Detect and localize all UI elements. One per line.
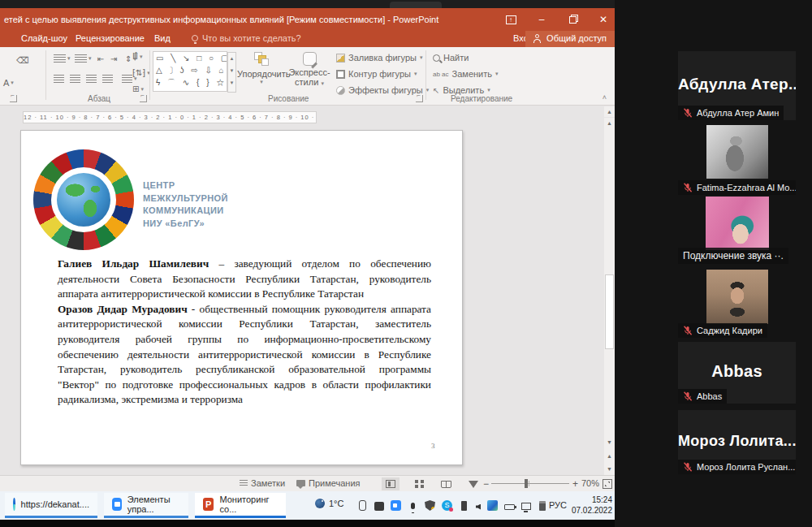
group-divider — [149, 50, 150, 100]
text-direction-button[interactable]: Ⅲ̂▾ — [132, 52, 142, 61]
align-left-button[interactable] — [54, 75, 64, 83]
display-app-icon[interactable] — [374, 502, 384, 511]
zoom-in-button[interactable]: + — [572, 478, 578, 490]
collapse-ribbon-button[interactable]: ˄ — [603, 93, 607, 102]
participant-big-name: Abbas — [678, 362, 796, 381]
shapes-row-2[interactable]: △ 〕ʖ ⇨ ⇩ ⌂ — [153, 64, 227, 76]
reading-view-button[interactable] — [437, 477, 455, 490]
vertical-scrollbar[interactable]: ▲ ▼ ▲ ▼ — [604, 118, 615, 482]
zoom-out-button[interactable]: − — [483, 478, 489, 490]
zoom-level[interactable]: 70% — [581, 478, 599, 488]
replace-button[interactable]: ab acЗаменить▾ — [433, 69, 499, 79]
participant-name-label: Fatima-Ezzahraa Al Mo... — [678, 180, 796, 195]
ribbon-display-options-button[interactable]: ↑ — [504, 13, 517, 26]
taskbar-app-zoom[interactable]: Элементы упра... — [104, 493, 188, 518]
align-center-button[interactable] — [70, 75, 80, 83]
taskbar-app-edge[interactable]: https://dekanat.... — [5, 493, 97, 518]
defender-shield-icon[interactable] — [425, 500, 435, 511]
shape-fill-button[interactable]: Заливка фигуры▾ — [336, 53, 423, 63]
participant-tile[interactable]: Мороз Лолита... Мороз Лолита Руслан... — [678, 410, 796, 474]
slide-body-text[interactable]: Галиев Ильдар Шамилевич – заведующий отд… — [58, 257, 431, 408]
participant-tile[interactable]: Подключение звука ··. — [678, 195, 796, 264]
minimize-button[interactable]: – — [535, 13, 548, 26]
language-indicator[interactable]: РУС — [549, 500, 567, 510]
taskbar-clock[interactable]: 15:24 07.02.2022 — [568, 495, 612, 516]
find-button[interactable]: Найти — [433, 53, 469, 63]
shape-effects-button[interactable]: Эффекты фигуры▾ — [336, 85, 429, 95]
increase-indent-button[interactable]: ⇥ — [110, 54, 117, 63]
paragraph-dialog-launcher[interactable] — [140, 95, 147, 102]
logo-text: ЦЕНТР МЕЖКУЛЬТУРНОЙ КОММУНИКАЦИИ НИУ «Бе… — [143, 179, 228, 230]
numbering-button[interactable]: ▾ — [75, 54, 92, 63]
justify-button[interactable] — [102, 75, 113, 83]
scroll-down-arrow[interactable]: ▼ — [604, 437, 615, 447]
shapes-gallery-scroll[interactable]: ▲▼▼ — [227, 52, 236, 93]
shapes-row-1[interactable]: ▭ ╲ ↘ □ ○ ▢ — [153, 52, 227, 64]
network-icon[interactable] — [521, 503, 531, 510]
taskbar-weather[interactable]: 1°C — [315, 499, 343, 508]
zoom-app-icon — [112, 498, 122, 511]
powerpoint-titlebar[interactable]: етей с целью выявления деструктивных инф… — [0, 8, 615, 31]
scroll-up-button[interactable]: ▲ — [604, 106, 615, 117]
drawing-dialog-launcher[interactable] — [416, 95, 423, 102]
usb-drive-icon[interactable] — [539, 501, 546, 511]
participant-video-thumbnail — [706, 197, 769, 250]
normal-view-button[interactable] — [382, 477, 400, 490]
shape-effects-icon — [336, 86, 345, 95]
align-right-button[interactable] — [86, 75, 97, 83]
slide-number: 3 — [431, 442, 435, 450]
window-title: етей с целью выявления деструктивных инф… — [4, 15, 438, 24]
tab-view[interactable]: Вид — [154, 33, 171, 43]
restore-button[interactable] — [566, 13, 579, 26]
participant-tile[interactable]: Abbas Abbas — [678, 342, 796, 404]
zoom-slider-track[interactable] — [491, 483, 569, 484]
volume-icon[interactable] — [476, 504, 481, 510]
skype-icon[interactable]: S — [442, 500, 452, 511]
lightbulb-icon — [192, 35, 198, 41]
align-text-button[interactable]: ⁅⇅⁆▾ — [132, 68, 150, 77]
shapes-row-3[interactable]: ϟ ⌒ ∿ { } ☆ — [153, 76, 227, 89]
participant-tile[interactable]: Fatima-Ezzahraa Al Mo... — [678, 123, 796, 195]
share-button[interactable]: Общий доступ — [525, 31, 615, 47]
clock-time: 15:24 — [568, 495, 612, 505]
shapes-gallery[interactable]: ▭ ╲ ↘ □ ○ ▢ △ 〕ʖ ⇨ ⇩ ⌂ ϟ ⌒ ∿ { } ☆ ▲▼▼ — [153, 51, 227, 92]
tell-me-box[interactable]: Что вы хотите сделать? — [192, 33, 301, 43]
next-slide-button[interactable]: ▼ — [604, 464, 615, 474]
battery-icon[interactable] — [504, 504, 515, 510]
previous-slide-button[interactable]: ▲ — [604, 451, 615, 461]
photos-app-icon[interactable] — [487, 500, 498, 511]
arrange-button[interactable]: Упорядочить ▾ — [237, 52, 286, 85]
decrease-indent-button[interactable]: ⇤ — [97, 54, 104, 63]
fit-slide-button[interactable] — [603, 479, 612, 489]
muted-mic-icon — [683, 183, 693, 192]
clear-formatting-button[interactable]: ⌫ — [16, 55, 29, 66]
clock-date: 07.02.2022 — [568, 505, 612, 516]
slide-sorter-button[interactable] — [410, 477, 428, 490]
comments-button[interactable]: Примечания — [296, 478, 361, 488]
tab-slideshow[interactable]: Слайд-шоу — [21, 33, 67, 43]
usb-device-icon[interactable] — [461, 501, 467, 511]
participant-tile[interactable]: Абдулла Атер... Абдулла Атер Амин — [678, 51, 796, 120]
font-color-button[interactable]: A▾ — [3, 78, 14, 88]
scrollbar-thumb[interactable] — [605, 274, 614, 349]
microphone-icon[interactable] — [411, 503, 415, 509]
zoom-tray-icon[interactable] — [391, 500, 401, 511]
notes-button[interactable]: Заметки — [240, 478, 285, 488]
quick-styles-button[interactable]: Экспресс- стили ▾ — [286, 52, 333, 87]
bullets-button[interactable]: ▾ — [54, 54, 71, 63]
tab-review[interactable]: Рецензирование — [76, 33, 145, 43]
taskbar-app-powerpoint[interactable]: P Мониторинг со... — [195, 493, 286, 518]
participant-big-name: Абдулла Атер... — [678, 76, 796, 93]
participant-tile[interactable]: Саджид Кадири — [678, 268, 796, 338]
close-button[interactable]: ✕ — [597, 13, 610, 26]
slideshow-button[interactable] — [464, 477, 482, 490]
phone-link-icon[interactable] — [359, 500, 366, 511]
zoom-slider-thumb[interactable] — [525, 479, 528, 488]
font-dialog-launcher[interactable] — [10, 95, 17, 102]
quick-styles-icon — [303, 52, 317, 66]
paragraph-1: Галиев Ильдар Шамилевич – заведующий отд… — [58, 257, 431, 302]
shape-outline-button[interactable]: Контур фигуры▾ — [336, 69, 417, 79]
scroll-up-arrow[interactable]: ▲ — [604, 118, 615, 128]
slide-sorter-icon — [415, 480, 424, 488]
slide-canvas[interactable]: ЦЕНТР МЕЖКУЛЬТУРНОЙ КОММУНИКАЦИИ НИУ «Бе… — [20, 130, 463, 465]
